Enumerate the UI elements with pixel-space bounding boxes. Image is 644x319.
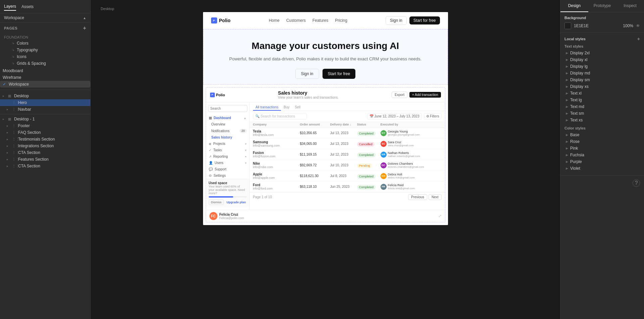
sidebar-nav-support[interactable]: 💬 Support [206,166,249,172]
navbar-start-button[interactable]: Start for free [409,16,440,24]
filters-button[interactable]: ⚙ Filters [424,113,442,119]
cell-person: FRFelicia Reidfelicia.reid@gmail.com [381,183,411,190]
sidebar-nav-projects[interactable]: ◈ Projects ▾ [206,141,249,147]
layer-desktop1[interactable]: ▸ ⊞ Desktop - 1 [0,116,90,122]
expand-icon[interactable]: ▾ [245,155,247,158]
page-item-grids[interactable]: ↳ Grids & Spacing [4,60,86,67]
color-style-violet[interactable]: ▶ Violet [564,165,640,172]
tab-design[interactable]: Design [560,0,588,12]
layer-features[interactable]: ▸ ⋮⋮ Features Section [0,156,90,163]
style-item-text-xs[interactable]: ▶ Text xs [564,117,640,123]
sidebar-nav-users[interactable]: 👤 Users ▾ [206,160,249,166]
style-item-text-sm[interactable]: ▶ Text sm [564,110,640,117]
page-label: Moodboard [3,68,23,73]
sidebar-nav-tasks[interactable]: ✓ Tasks ▾ [206,147,249,153]
eye-icon[interactable]: 👁 [84,101,88,105]
sidebar-nav-notifications[interactable]: Notifications 20 [206,127,249,134]
page-item-colors[interactable]: ↳ Colors [4,40,86,47]
layer-hero[interactable]: ⋮⋮ Hero ♡ 👁 [0,99,90,106]
tab-buy[interactable]: Buy [281,104,292,111]
layer-navbar[interactable]: ▸ ⋮⋮ Navbar [0,106,90,113]
table-row: Nikeinfo@nike.com $92,669.72 Jul 10, 202… [250,160,445,171]
visibility-icon[interactable]: 👁 [636,23,640,28]
storage-subtitle: Your team used 60% of your available spa… [209,185,247,195]
style-item-display-xs[interactable]: ▶ Display xs [564,83,640,90]
nav-features[interactable]: Features [312,18,328,23]
page-item-workspace[interactable]: ✓ Workspace [0,81,90,88]
hex-value[interactable]: 1E1E1E [574,23,617,28]
dismiss-button[interactable]: Dismiss [209,200,224,205]
page-item-wireframe[interactable]: Wireframe [0,74,90,81]
add-style-button[interactable]: + [637,36,640,42]
hero-signin-button[interactable]: Sign in [295,69,319,79]
layer-faq[interactable]: ▸ ⋮⋮ FAQ Section [0,129,90,136]
style-item-text-md[interactable]: ▶ Text md [564,103,640,110]
sidebar-search-input[interactable] [208,105,247,112]
sidebar-nav-sales-history[interactable]: Sales history [206,134,249,141]
style-label: Display md [570,71,590,75]
nav-customers[interactable]: Customers [286,18,306,23]
hero-start-button[interactable]: Start for free [323,69,356,79]
sidebar-nav-overview[interactable]: Overview [206,121,249,127]
expand-icon[interactable]: ▾ [245,142,247,146]
help-icon[interactable]: ? [633,179,640,187]
add-page-button[interactable]: + [83,25,86,31]
tab-all-transactions[interactable]: All transactions [253,104,281,111]
sidebar-nav-reporting[interactable]: ↗ Reporting ▾ [206,153,249,160]
export-button[interactable]: Export [392,92,407,98]
expand-icon[interactable]: ⤢ [438,214,442,218]
layer-integrations[interactable]: ▸ ⋮⋮ Integrations Section [0,143,90,149]
grid-icon: ⋮⋮ [12,157,17,162]
layers-section: ▸ ⊞ Desktop ⋮⋮ Hero ♡ 👁 ▸ ⋮⋮ Navbar ▸ ⊞ … [0,91,90,319]
previous-button[interactable]: Previous [408,194,427,200]
add-transaction-button[interactable]: + Add transaction [409,92,441,98]
layer-desktop[interactable]: ▸ ⊞ Desktop [0,93,90,99]
nav-home[interactable]: Home [269,18,280,23]
expand-icon[interactable]: ▾ [245,161,247,165]
upgrade-button[interactable]: Upgrade plan [227,200,246,205]
expand-icon[interactable]: ▾ [245,149,247,152]
layer-cta2[interactable]: ▸ ⋮⋮ CTA Section [0,163,90,169]
transaction-search[interactable]: 🔍 Search for transactions [253,113,307,119]
color-style-pink[interactable]: ▶ Pink [564,145,640,152]
color-style-purple[interactable]: ▶ Purple [564,158,640,165]
tab-assets[interactable]: Assets [21,3,34,10]
layer-footer[interactable]: ▸ ⋮⋮ Footer [0,122,90,129]
projects-icon: ◈ [209,142,211,146]
cell-date: Jul 10, 2023 [330,163,357,167]
col-date: Delivery date ↓ [330,123,357,126]
style-item-display-sm[interactable]: ▶ Display sm [564,76,640,83]
collapse-icon[interactable]: ▲ [244,116,247,120]
expand-arrow-icon: ▸ [7,151,11,154]
page-item-typography[interactable]: ↳ Typography [4,47,86,53]
workspace-chevron[interactable]: ▲ [83,16,86,20]
sidebar-nav-settings[interactable]: ⚙ Settings [206,172,249,179]
date-range[interactable]: 📅 June 12, 2023 – July 13, 2023 [367,113,422,119]
tab-inspect[interactable]: Inspect [616,0,644,12]
style-item-text-lg[interactable]: ▶ Text lg [564,97,640,103]
navbar-signin-button[interactable]: Sign in [386,16,407,25]
opacity-value[interactable]: 100% [620,23,633,28]
color-style-base[interactable]: ▶ Base [564,131,640,138]
tab-prototype[interactable]: Prototype [588,0,616,12]
layer-cta1[interactable]: ▸ ⋮⋮ CTA Section [0,149,90,156]
layer-testimonials[interactable]: ▸ ⋮⋮ Testimonials Section [0,136,90,143]
color-style-fuchsia[interactable]: ▶ Fuchsia [564,152,640,158]
like-icon[interactable]: ♡ [79,101,83,105]
next-button[interactable]: Next [429,194,442,200]
expand-arrow-icon: ▸ [7,124,11,127]
style-item-display-2xl[interactable]: ▶ Display 2xl [564,50,640,56]
sidebar-nav-dashboard[interactable]: ▦ Dashboard ▲ [206,115,249,121]
style-item-display-md[interactable]: ▶ Display md [564,70,640,76]
tab-layers[interactable]: Layers [4,3,16,11]
style-item-display-xl[interactable]: ▶ Display xl [564,56,640,63]
style-item-text-xl[interactable]: ▶ Text xl [564,90,640,97]
nav-pricing[interactable]: Pricing [335,18,347,23]
page-item-icons[interactable]: ↳ Icons [4,53,86,60]
style-item-display-lg[interactable]: ▶ Display lg [564,63,640,70]
color-style-rose[interactable]: ▶ Rose [564,138,640,145]
page-item-moodboard[interactable]: Moodboard [0,67,90,74]
tab-sell[interactable]: Sell [292,104,303,111]
cell-date: Jul 8, 2023 [330,174,357,178]
background-color-swatch[interactable] [564,22,571,29]
